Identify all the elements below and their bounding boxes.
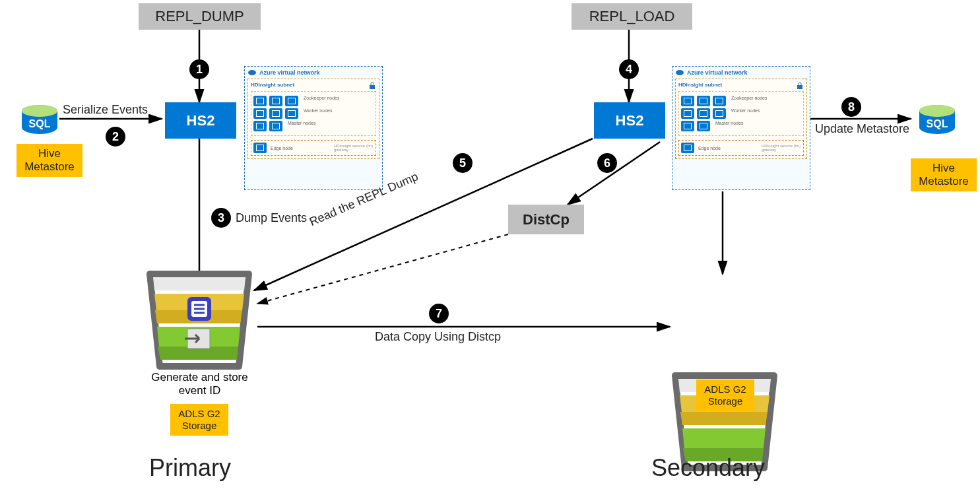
- vnet-primary: Azure virtual network HDInsight subnet Z…: [244, 66, 383, 190]
- sql-icon-primary: SQL: [20, 104, 59, 143]
- cloud-icon: [247, 69, 257, 76]
- step-2-circle: 2: [106, 127, 125, 147]
- adls-bucket-primary: [147, 271, 980, 372]
- hive-metastore-secondary: Hive Metastore: [911, 158, 977, 191]
- hdi-subnet-label: HDInsight subnet: [251, 82, 294, 90]
- step-4-circle: 4: [619, 59, 639, 79]
- arrow-hs2-to-distcp: [568, 142, 660, 205]
- serialize-events-label: Serialize Events: [63, 103, 148, 117]
- hs2-secondary: HS2: [594, 102, 665, 139]
- lock-icon: [796, 82, 804, 90]
- secondary-title: Secondary: [651, 454, 765, 482]
- svg-point-3: [919, 105, 955, 117]
- distcp-node: DistCp: [508, 205, 584, 234]
- cloud-icon: [675, 69, 684, 76]
- step-3-circle: 3: [211, 208, 231, 228]
- svg-rect-5: [370, 85, 375, 89]
- step-5-circle: 5: [453, 153, 473, 173]
- lock-icon: [368, 82, 376, 90]
- step-1-circle: 1: [189, 59, 209, 79]
- svg-point-6: [676, 70, 684, 75]
- vnet-title-secondary: Azure virtual network: [687, 69, 748, 76]
- step-6-circle: 6: [597, 153, 617, 173]
- dump-events-label: Dump Events: [236, 211, 307, 225]
- sql-text-primary: SQL: [29, 118, 51, 129]
- repl-load-label: REPL_LOAD: [572, 3, 692, 30]
- sql-text-secondary: SQL: [927, 118, 948, 129]
- adls-primary-label: ADLS G2 Storage: [170, 404, 228, 436]
- hs2-primary: HS2: [165, 102, 236, 139]
- step-8-circle: 8: [841, 97, 861, 117]
- sql-icon-secondary: SQL: [917, 104, 957, 143]
- adls-secondary-label: ADLS G2 Storage: [696, 380, 754, 411]
- svg-point-1: [22, 105, 57, 117]
- vnet-title-primary: Azure virtual network: [259, 69, 320, 76]
- hive-metastore-primary: Hive Metastore: [16, 144, 82, 177]
- update-metastore-label: Update Metastore: [815, 122, 909, 136]
- primary-title: Primary: [149, 454, 231, 482]
- repl-dump-label: REPL_DUMP: [139, 3, 261, 30]
- vnet-secondary: Azure virtual network HDInsight subnet Z…: [672, 66, 810, 190]
- svg-point-4: [248, 70, 256, 75]
- data-copy-distcp-label: Data Copy Using Distcp: [375, 330, 501, 344]
- svg-rect-7: [797, 85, 802, 89]
- generate-store-label: Generate and store event ID: [142, 371, 257, 397]
